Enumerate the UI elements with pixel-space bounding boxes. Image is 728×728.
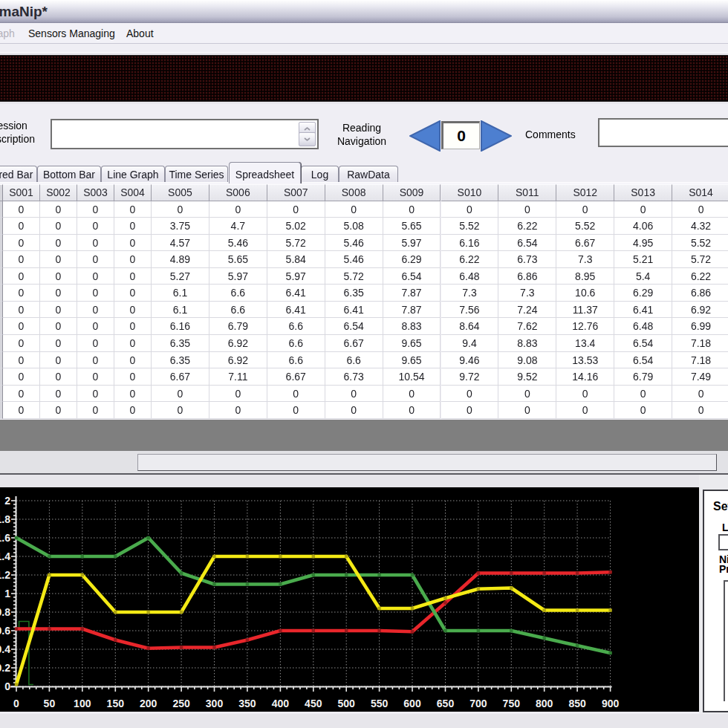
- svg-text:700: 700: [469, 698, 487, 709]
- svg-text:350: 350: [238, 698, 256, 709]
- svg-text:1: 1: [4, 588, 10, 599]
- svg-text:900: 900: [602, 698, 620, 709]
- svg-text:1.4: 1.4: [0, 550, 10, 562]
- svg-text:750: 750: [503, 698, 521, 709]
- svg-text:150: 150: [107, 698, 125, 709]
- svg-text:600: 600: [403, 698, 421, 709]
- svg-text:650: 650: [437, 698, 455, 709]
- svg-text:250: 250: [172, 698, 190, 709]
- svg-text:0.6: 0.6: [0, 625, 10, 637]
- svg-text:400: 400: [272, 698, 290, 709]
- svg-text:0: 0: [4, 680, 10, 692]
- svg-text:0.2: 0.2: [0, 662, 10, 674]
- svg-text:2: 2: [4, 495, 10, 507]
- svg-text:200: 200: [140, 698, 157, 709]
- svg-text:500: 500: [338, 698, 356, 709]
- svg-text:1.8: 1.8: [0, 513, 10, 525]
- svg-text:850: 850: [568, 698, 586, 709]
- svg-text:100: 100: [74, 698, 91, 709]
- svg-text:0.4: 0.4: [0, 643, 10, 655]
- svg-text:1.2: 1.2: [0, 569, 10, 581]
- svg-text:0: 0: [13, 698, 19, 709]
- svg-text:450: 450: [305, 698, 322, 709]
- svg-text:550: 550: [371, 698, 389, 709]
- svg-text:1.6: 1.6: [0, 532, 10, 544]
- svg-text:50: 50: [44, 698, 56, 709]
- svg-text:300: 300: [206, 698, 224, 709]
- svg-text:800: 800: [536, 698, 553, 709]
- svg-text:0.8: 0.8: [0, 606, 10, 618]
